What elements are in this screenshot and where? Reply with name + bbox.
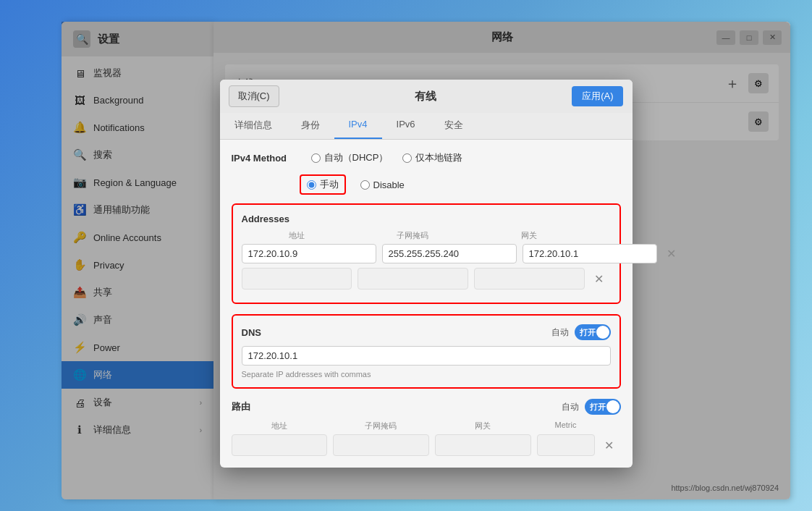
- manual-label: 手动: [320, 178, 339, 191]
- gateway-input[interactable]: [523, 244, 657, 263]
- dns-section: DNS 自动 打开 Separate IP addresses with com…: [232, 314, 621, 389]
- radio-disable[interactable]: Disable: [360, 174, 405, 195]
- radio-manual-input[interactable]: [307, 180, 316, 190]
- radio-link-local[interactable]: 仅本地链路: [402, 151, 462, 164]
- dns-auto-row: 自动 打开: [551, 324, 611, 340]
- routes-col-gateway: 网关: [435, 421, 531, 431]
- routes-toggle-circle: [606, 400, 619, 413]
- dns-toggle-label: 打开: [580, 327, 596, 338]
- remove-route-button[interactable]: ✕: [601, 436, 618, 454]
- manual-option-container: 手动: [300, 174, 346, 195]
- col-gateway-header: 网关: [474, 230, 585, 241]
- dns-auto-text: 自动: [551, 326, 569, 339]
- route-subnet-input[interactable]: [333, 434, 429, 456]
- routes-section: 路由 自动 打开 地址 子网掩码 网关 Metric: [232, 399, 621, 456]
- route-metric-input[interactable]: [537, 434, 595, 456]
- routes-auto-row: 自动 打开: [562, 399, 621, 415]
- dialog-tabs: 详细信息 身份 IPv4 IPv6 安全: [220, 113, 633, 140]
- dns-header-row: DNS 自动 打开: [242, 324, 611, 340]
- routes-header-row: 路由 自动 打开: [232, 399, 621, 415]
- routes-col-headers: 地址 子网掩码 网关 Metric: [232, 421, 621, 431]
- radio-link-local-input[interactable]: [402, 153, 412, 163]
- routes-input-row: ✕: [232, 434, 621, 456]
- dialog-content: IPv4 Method 自动（DHCP） 仅本地链路 手动: [220, 140, 633, 468]
- routes-col-metric: Metric: [537, 421, 595, 431]
- dialog-titlebar: 取消(C) 有线 应用(A): [220, 80, 633, 113]
- apply-button[interactable]: 应用(A): [572, 86, 623, 106]
- address-row-1: ✕: [242, 244, 611, 263]
- empty-gateway: [474, 268, 585, 290]
- remove-row-button[interactable]: ✕: [663, 245, 680, 263]
- cancel-button[interactable]: 取消(C): [229, 85, 279, 107]
- disable-label: Disable: [373, 180, 405, 190]
- route-address-input[interactable]: [232, 434, 328, 456]
- empty-address: [242, 268, 352, 290]
- method-label: IPv4 Method: [232, 153, 297, 164]
- radio-disable-input[interactable]: [360, 180, 370, 190]
- addr-headers: 地址 子网掩码 网关: [242, 230, 611, 241]
- routes-col-address: 地址: [232, 421, 328, 431]
- tab-details[interactable]: 详细信息: [220, 113, 287, 139]
- empty-subnet: [358, 268, 468, 290]
- address-input[interactable]: [242, 244, 376, 263]
- routes-auto-text: 自动: [562, 401, 579, 413]
- dns-input[interactable]: [242, 346, 611, 366]
- route-gateway-input[interactable]: [435, 434, 531, 456]
- radio-dhcp-input[interactable]: [311, 153, 321, 163]
- toggle-circle: [596, 326, 609, 339]
- addresses-label: Addresses: [242, 214, 611, 224]
- wired-dialog: 取消(C) 有线 应用(A) 详细信息 身份 IPv4 IPv6 安全 IPv4…: [220, 80, 633, 468]
- link-local-label: 仅本地链路: [415, 151, 462, 164]
- tab-security[interactable]: 安全: [430, 113, 478, 139]
- dns-toggle[interactable]: 打开: [575, 324, 611, 340]
- tab-ipv6[interactable]: IPv6: [382, 113, 430, 139]
- dns-label: DNS: [242, 327, 261, 338]
- dns-hint: Separate IP addresses with commas: [242, 370, 611, 379]
- dialog-overlay: 取消(C) 有线 应用(A) 详细信息 身份 IPv4 IPv6 安全 IPv4…: [62, 22, 790, 499]
- subnet-input[interactable]: [382, 244, 517, 263]
- radio-manual[interactable]: 手动: [307, 178, 339, 191]
- addresses-section: Addresses 地址 子网掩码 网关 ✕ ✕: [232, 203, 621, 304]
- radio-dhcp[interactable]: 自动（DHCP）: [311, 151, 389, 164]
- remove-row-button-2[interactable]: ✕: [591, 270, 608, 287]
- routes-toggle-label: 打开: [590, 402, 606, 413]
- routes-label: 路由: [232, 400, 250, 413]
- col-address-header: 地址: [242, 230, 352, 241]
- col-subnet-header: 子网掩码: [358, 230, 468, 241]
- dialog-title: 有线: [415, 90, 436, 104]
- tab-identity[interactable]: 身份: [287, 113, 334, 139]
- tab-ipv4[interactable]: IPv4: [334, 113, 382, 139]
- dhcp-label: 自动（DHCP）: [324, 151, 389, 164]
- routes-toggle[interactable]: 打开: [585, 399, 621, 415]
- address-row-2: ✕: [242, 268, 611, 290]
- ipv4-method-row: IPv4 Method 自动（DHCP） 仅本地链路: [232, 151, 621, 164]
- routes-col-subnet: 子网掩码: [333, 421, 429, 431]
